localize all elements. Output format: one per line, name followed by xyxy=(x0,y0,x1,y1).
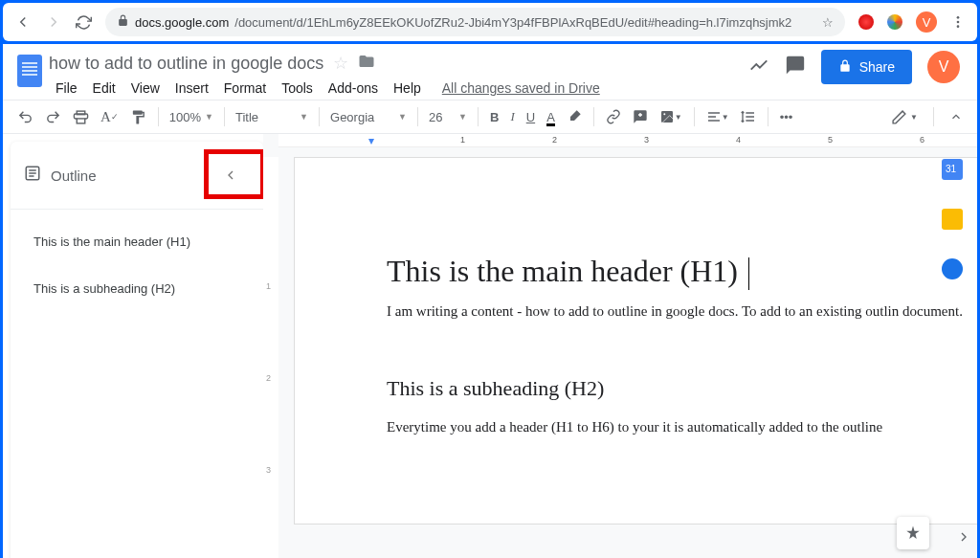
svg-point-2 xyxy=(957,25,960,28)
menu-tools[interactable]: Tools xyxy=(275,78,320,98)
chevron-up-icon[interactable] xyxy=(945,106,968,127)
folder-icon[interactable] xyxy=(358,53,375,75)
outline-item[interactable]: This is a subheading (H2) xyxy=(11,276,263,301)
ext-icon-2[interactable] xyxy=(887,14,902,30)
vertical-ruler[interactable]: 1 2 3 xyxy=(263,157,278,558)
account-avatar[interactable]: V xyxy=(927,51,960,83)
toolbar: A✓ 100%▼ Title▼ Georgia▼ 26▼ B I U A ▼ ▼… xyxy=(3,100,977,134)
paragraph[interactable]: I am writing a content - how to add to o… xyxy=(387,301,977,323)
star-icon[interactable]: ☆ xyxy=(822,15,834,30)
tasks-icon[interactable] xyxy=(942,258,963,279)
menu-view[interactable]: View xyxy=(124,78,167,98)
address-bar[interactable]: docs.google.com/document/d/1EhLm6yZ8EEkO… xyxy=(105,8,845,36)
forward-icon[interactable] xyxy=(45,13,62,31)
lock-icon xyxy=(838,59,852,76)
font-dropdown[interactable]: Georgia▼ xyxy=(326,110,411,124)
comment-icon[interactable] xyxy=(785,55,806,79)
image-icon[interactable]: ▼ xyxy=(655,105,687,128)
trend-icon[interactable] xyxy=(748,55,769,79)
svg-rect-4 xyxy=(77,118,85,123)
line-spacing-icon[interactable] xyxy=(736,105,761,128)
undo-icon[interactable] xyxy=(12,105,38,129)
text-color-icon[interactable]: A xyxy=(542,106,560,128)
back-icon[interactable] xyxy=(14,13,32,31)
kebab-icon[interactable] xyxy=(950,14,966,30)
outline-item[interactable]: This is the main header (H1) xyxy=(11,229,263,255)
menu-addons[interactable]: Add-ons xyxy=(322,78,385,98)
paint-format-icon[interactable] xyxy=(125,105,151,129)
zoom-dropdown[interactable]: 100%▼ xyxy=(166,110,217,124)
horizontal-ruler[interactable]: ▾ 1 2 3 4 5 6 xyxy=(278,134,977,147)
italic-icon[interactable]: I xyxy=(505,105,519,128)
text-cursor xyxy=(748,257,749,290)
document-page[interactable]: This is the main header (H1) I am writin… xyxy=(294,157,977,525)
hide-sidepanel-icon[interactable] xyxy=(956,527,971,549)
calendar-icon[interactable] xyxy=(942,159,963,180)
url-path: /document/d/1EhLm6yZ8EEkOKUofZRu2-Jbi4mY… xyxy=(234,15,791,30)
add-comment-icon[interactable] xyxy=(628,105,653,128)
lock-icon xyxy=(117,14,129,30)
docs-logo[interactable] xyxy=(11,50,49,92)
redo-icon[interactable] xyxy=(40,105,66,129)
outline-panel: Outline This is the main header (H1) Thi… xyxy=(11,142,263,558)
outline-title: Outline xyxy=(51,167,204,184)
menu-format[interactable]: Format xyxy=(217,78,273,98)
more-icon[interactable]: ••• xyxy=(775,106,798,128)
paragraph[interactable]: Everytime you add a header (H1 to H6) to… xyxy=(387,416,977,438)
menu-file[interactable]: File xyxy=(49,78,84,98)
saved-status[interactable]: All changes saved in Drive xyxy=(435,78,607,98)
reload-icon[interactable] xyxy=(76,14,92,31)
highlight-icon[interactable] xyxy=(562,105,587,128)
url-host: docs.google.com xyxy=(135,15,229,30)
fontsize-dropdown[interactable]: 26▼ xyxy=(425,110,471,124)
menu-insert[interactable]: Insert xyxy=(168,78,215,98)
share-label: Share xyxy=(859,59,895,75)
menu-edit[interactable]: Edit xyxy=(86,78,122,98)
menu-help[interactable]: Help xyxy=(387,78,428,98)
style-dropdown[interactable]: Title▼ xyxy=(232,110,312,124)
explore-button[interactable] xyxy=(897,517,929,549)
svg-point-1 xyxy=(957,21,960,24)
print-icon[interactable] xyxy=(68,105,94,129)
link-icon[interactable] xyxy=(601,105,626,128)
keep-icon[interactable] xyxy=(942,209,963,230)
bold-icon[interactable]: B xyxy=(485,106,503,128)
spellcheck-icon[interactable]: A✓ xyxy=(96,105,123,129)
side-panel xyxy=(931,149,973,279)
heading-1[interactable]: This is the main header (H1) xyxy=(387,254,977,289)
edit-mode-icon[interactable]: ▼ xyxy=(886,105,923,129)
ext-icon-1[interactable] xyxy=(858,14,874,30)
heading-2[interactable]: This is a subheading (H2) xyxy=(387,376,977,401)
svg-point-0 xyxy=(957,16,960,19)
underline-icon[interactable]: U xyxy=(522,106,540,128)
star-icon[interactable]: ☆ xyxy=(333,53,348,74)
profile-avatar[interactable]: V xyxy=(916,11,937,33)
annotation-highlight xyxy=(204,149,265,199)
share-button[interactable]: Share xyxy=(821,50,912,84)
doc-title[interactable]: how to add to outline in google docs xyxy=(49,54,323,74)
align-icon[interactable]: ▼ xyxy=(702,105,734,128)
outline-icon xyxy=(24,165,41,186)
svg-point-6 xyxy=(663,113,665,115)
